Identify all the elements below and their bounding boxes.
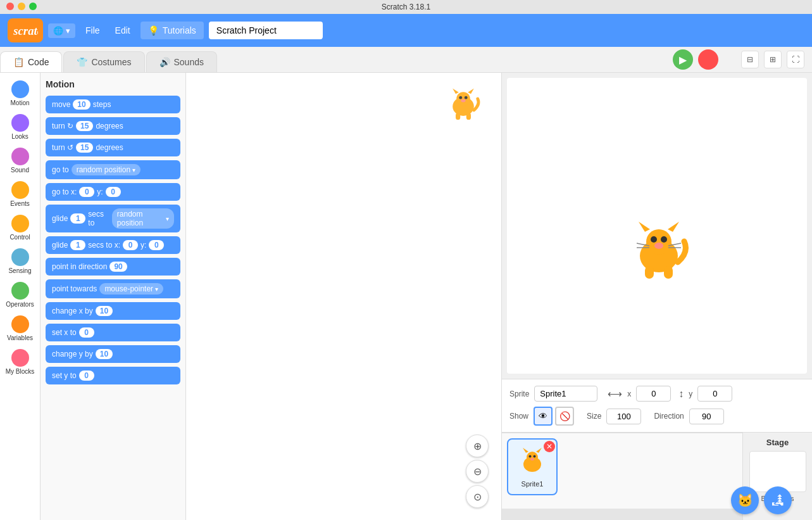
add-sprite-buttons: 🐱 🏞 bbox=[731, 486, 736, 514]
tutorials-button[interactable]: 💡 Tutorials bbox=[141, 22, 204, 39]
tabs-row: 📋 Code 👕 Costumes 🔊 Sounds bbox=[0, 47, 665, 72]
sprite-thumb-sprite1[interactable]: ✕ Sprite1 bbox=[507, 438, 558, 495]
svg-rect-8 bbox=[456, 113, 460, 120]
show-visible-button[interactable]: 👁 bbox=[534, 407, 553, 426]
right-side: Sprite ⟷ x ↕ y Show 👁 🚫 Size Direction bbox=[502, 73, 812, 520]
y-label: y bbox=[689, 390, 692, 398]
main-area: Motion Looks Sound Events Control Sensin… bbox=[0, 73, 812, 520]
svg-text:scratch: scratch bbox=[13, 24, 38, 37]
block-move[interactable]: move 10 steps bbox=[46, 96, 180, 113]
stage-small-view[interactable]: ⊟ bbox=[741, 51, 759, 68]
code-icon: 📋 bbox=[13, 57, 24, 67]
sprite-delete-button[interactable]: ✕ bbox=[544, 441, 555, 452]
direction-label: Direction bbox=[654, 412, 684, 421]
blocks-panel: Motion move 10 steps turn ↻ 15 degrees t… bbox=[41, 73, 186, 520]
show-hidden-button[interactable]: 🚫 bbox=[555, 407, 574, 426]
svg-marker-3 bbox=[453, 89, 459, 94]
close-button[interactable] bbox=[6, 3, 14, 10]
edit-menu[interactable]: Edit bbox=[110, 23, 135, 38]
block-point-dir[interactable]: point in direction 90 bbox=[46, 258, 180, 276]
stage-fullscreen[interactable]: ⛶ bbox=[787, 51, 804, 68]
block-change-x[interactable]: change x by 10 bbox=[46, 302, 180, 320]
direction-input[interactable] bbox=[689, 409, 724, 424]
zoom-controls: ⊕ ⊖ ⊙ bbox=[466, 434, 489, 508]
scratch-logo: scratch bbox=[8, 18, 43, 42]
stage-medium-view[interactable]: ⊞ bbox=[764, 51, 782, 68]
zoom-out-icon: ⊖ bbox=[473, 466, 482, 478]
add-backdrop-button[interactable]: 🏞 bbox=[764, 486, 792, 514]
svg-marker-13 bbox=[668, 222, 679, 232]
costumes-icon: 👕 bbox=[77, 57, 87, 67]
block-glide1[interactable]: glide 1 secs to random position ▾ bbox=[46, 205, 180, 232]
size-label: Size bbox=[587, 412, 601, 421]
zoom-out-button[interactable]: ⊖ bbox=[466, 460, 489, 483]
sprite-thumb-label: Sprite1 bbox=[522, 480, 544, 488]
block-set-x[interactable]: set x to 0 bbox=[46, 324, 180, 341]
category-my-blocks[interactable]: My Blocks bbox=[2, 346, 39, 377]
block-goto-xy[interactable]: go to x: 0 y: 0 bbox=[46, 183, 180, 201]
add-sprite-button[interactable]: 🐱 bbox=[731, 486, 759, 514]
svg-point-24 bbox=[527, 452, 538, 463]
svg-point-7 bbox=[461, 99, 465, 103]
y-input[interactable] bbox=[697, 386, 732, 402]
sprite-label: Sprite bbox=[509, 390, 529, 398]
project-name-input[interactable] bbox=[209, 22, 323, 39]
stop-button[interactable] bbox=[698, 49, 718, 70]
category-sensing[interactable]: Sensing bbox=[2, 246, 39, 277]
stage-top-controls: ▶ ⊟ ⊞ ⛶ bbox=[665, 47, 812, 72]
svg-point-2 bbox=[456, 92, 470, 106]
tab-sounds[interactable]: 🔊 Sounds bbox=[146, 51, 217, 72]
maximize-button[interactable] bbox=[29, 3, 37, 10]
svg-rect-22 bbox=[664, 266, 673, 279]
block-goto[interactable]: go to random position ▾ bbox=[46, 160, 180, 179]
minimize-button[interactable] bbox=[18, 3, 25, 10]
svg-point-27 bbox=[529, 455, 532, 458]
sprite-name-input[interactable] bbox=[534, 386, 597, 402]
cat-icon: 🐱 bbox=[737, 493, 753, 508]
stage-area bbox=[502, 73, 812, 379]
language-menu[interactable]: 🌐 ▾ bbox=[48, 23, 75, 38]
show-buttons: 👁 🚫 bbox=[534, 407, 574, 426]
svg-point-11 bbox=[646, 229, 671, 255]
category-sound[interactable]: Sound bbox=[2, 145, 39, 176]
tab-code[interactable]: 📋 Code bbox=[0, 51, 62, 72]
svg-rect-9 bbox=[466, 113, 471, 120]
green-flag-button[interactable]: ▶ bbox=[673, 49, 693, 70]
block-glide2[interactable]: glide 1 secs to x: 0 y: 0 bbox=[46, 236, 180, 254]
category-motion[interactable]: Motion bbox=[2, 78, 39, 109]
traffic-lights bbox=[6, 3, 37, 10]
size-input[interactable] bbox=[606, 409, 641, 424]
svg-point-29 bbox=[530, 458, 534, 460]
svg-point-16 bbox=[654, 243, 663, 249]
block-change-y[interactable]: change y by 10 bbox=[46, 345, 180, 363]
block-point-towards[interactable]: point towards mouse-pointer ▾ bbox=[46, 279, 180, 298]
category-events[interactable]: Events bbox=[2, 179, 39, 210]
menubar: scratch 🌐 ▾ File Edit 💡 Tutorials bbox=[0, 14, 812, 47]
category-operators[interactable]: Operators bbox=[2, 279, 39, 310]
file-menu[interactable]: File bbox=[80, 23, 105, 38]
svg-point-5 bbox=[459, 96, 462, 99]
zoom-in-icon: ⊕ bbox=[473, 440, 482, 452]
show-label: Show bbox=[509, 412, 528, 421]
x-label: x bbox=[627, 390, 631, 398]
block-turn-ccw[interactable]: turn ↺ 15 degrees bbox=[46, 139, 180, 156]
category-variables[interactable]: Variables bbox=[2, 313, 39, 344]
svg-point-6 bbox=[465, 96, 468, 99]
tab-costumes[interactable]: 👕 Costumes bbox=[63, 51, 144, 72]
landscape-icon: 🏞 bbox=[771, 493, 784, 508]
category-control[interactable]: Control bbox=[2, 212, 39, 243]
stage-canvas[interactable] bbox=[507, 78, 807, 374]
category-looks[interactable]: Looks bbox=[2, 111, 39, 143]
x-input[interactable] bbox=[636, 386, 671, 402]
titlebar: Scratch 3.18.1 bbox=[0, 0, 812, 14]
scripting-area[interactable]: ⊕ ⊖ ⊙ bbox=[186, 73, 502, 520]
stage-cat-sprite bbox=[627, 219, 690, 285]
lang-dropdown-arrow: ▾ bbox=[66, 26, 70, 35]
fit-button[interactable]: ⊙ bbox=[466, 485, 489, 508]
block-set-y[interactable]: set y to 0 bbox=[46, 367, 180, 384]
zoom-in-button[interactable]: ⊕ bbox=[466, 434, 489, 457]
block-turn-cw[interactable]: turn ↻ 15 degrees bbox=[46, 117, 180, 135]
stage-label: Stage bbox=[766, 438, 789, 447]
window-title: Scratch 3.18.1 bbox=[382, 3, 430, 11]
svg-marker-4 bbox=[468, 89, 474, 94]
